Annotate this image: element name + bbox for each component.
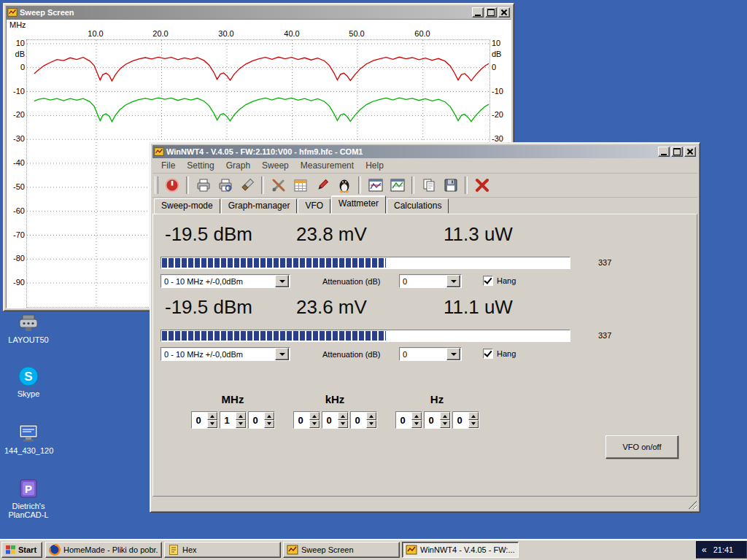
spin-down-button[interactable] bbox=[338, 420, 348, 428]
hz-spin-2[interactable]: 0 bbox=[452, 411, 479, 429]
spin-value[interactable]: 0 bbox=[453, 412, 468, 428]
nwt-titlebar[interactable]: WinNWT4 - V.4.05 - FW:2.110:V00 - hfm9.h… bbox=[152, 145, 697, 158]
taskbar-task-winnwt4[interactable]: WinNWT4 - V.4.05 - FW:... bbox=[402, 542, 519, 558]
graph-manager-icon[interactable] bbox=[387, 175, 407, 195]
checkbox-check-icon[interactable] bbox=[483, 276, 493, 286]
eraser-icon[interactable] bbox=[237, 175, 257, 195]
task-label: HomeMade - Pliki do pobr... bbox=[63, 545, 158, 554]
chevron-down-icon[interactable] bbox=[275, 275, 289, 287]
tab-vfo[interactable]: VFO bbox=[298, 198, 330, 214]
toolbar-handle[interactable] bbox=[155, 176, 158, 194]
khz-spin-2[interactable]: 0 bbox=[350, 411, 377, 429]
khz-spin-1[interactable]: 0 bbox=[322, 411, 349, 429]
khz-spin-0[interactable]: 0 bbox=[293, 411, 320, 429]
chevron-down-icon[interactable] bbox=[446, 275, 460, 287]
desktop-icon-layout50[interactable]: LAYOUT50 bbox=[4, 311, 53, 344]
channel1-range-select[interactable]: 0 - 10 MHz +/-0,0dBm bbox=[160, 274, 290, 288]
spin-down-button[interactable] bbox=[440, 420, 450, 428]
tab-wattmeter[interactable]: Wattmeter bbox=[331, 195, 386, 214]
menu-graph[interactable]: Graph bbox=[220, 159, 256, 172]
start-button[interactable]: Start bbox=[1, 542, 42, 558]
mhz-spin-0[interactable]: 0 bbox=[191, 411, 218, 429]
chevron-down-icon[interactable] bbox=[446, 348, 460, 360]
menu-setting[interactable]: Setting bbox=[181, 159, 220, 172]
menu-help[interactable]: Help bbox=[360, 159, 390, 172]
spin-down-button[interactable] bbox=[236, 420, 246, 428]
tux-icon[interactable] bbox=[334, 175, 354, 195]
spin-up-button[interactable] bbox=[236, 412, 246, 420]
print-preview-icon[interactable] bbox=[215, 175, 235, 195]
frequency-group-mhz: MHz 0 1 0 bbox=[190, 393, 276, 429]
spin-up-button[interactable] bbox=[264, 412, 274, 420]
marker-pen-icon[interactable] bbox=[312, 175, 332, 195]
spin-down-button[interactable] bbox=[207, 420, 217, 428]
tray-collapse-button[interactable]: « bbox=[702, 545, 707, 555]
channel1-attenuation-select[interactable]: 0 bbox=[399, 274, 462, 288]
svg-text:P: P bbox=[25, 483, 32, 495]
spin-up-button[interactable] bbox=[207, 412, 217, 420]
vfo-onoff-button[interactable]: VFO on/off bbox=[605, 435, 678, 459]
spin-up-button[interactable] bbox=[411, 412, 422, 420]
spin-value[interactable]: 0 bbox=[425, 412, 440, 428]
hz-spin-0[interactable]: 0 bbox=[395, 411, 422, 429]
spin-value[interactable]: 0 bbox=[351, 412, 366, 428]
spin-down-button[interactable] bbox=[411, 420, 422, 428]
nwt-maximize-button[interactable] bbox=[671, 147, 683, 157]
channel1-level-bar bbox=[160, 257, 570, 269]
tab-calculations[interactable]: Calculations bbox=[387, 198, 449, 214]
channel1-hang-checkbox[interactable]: Hang bbox=[483, 276, 516, 286]
menu-sweep[interactable]: Sweep bbox=[256, 159, 295, 172]
graph-window-icon[interactable] bbox=[365, 175, 385, 195]
spin-up-button[interactable] bbox=[440, 412, 450, 420]
tab-graph-manager[interactable]: Graph-manager bbox=[221, 198, 298, 214]
spin-up-button[interactable] bbox=[468, 412, 479, 420]
chevron-down-icon[interactable] bbox=[275, 348, 289, 360]
y-tick-label: -30 bbox=[7, 134, 25, 143]
tools-icon[interactable] bbox=[268, 175, 288, 195]
spin-value[interactable]: 0 bbox=[192, 412, 207, 428]
menu-measurement[interactable]: Measurement bbox=[295, 159, 360, 172]
save-icon[interactable] bbox=[441, 175, 460, 195]
taskbar-task-homemade[interactable]: HomeMade - Pliki do pobr... bbox=[45, 542, 162, 558]
disconnect-icon[interactable] bbox=[472, 175, 492, 195]
spin-up-button[interactable] bbox=[338, 412, 348, 420]
desktop-icon-skype[interactable]: S Skype bbox=[4, 365, 53, 398]
channel2-attenuation-select[interactable]: 0 bbox=[399, 347, 462, 361]
print-icon[interactable] bbox=[193, 175, 213, 195]
spin-down-button[interactable] bbox=[366, 420, 376, 428]
spin-down-button[interactable] bbox=[468, 420, 479, 428]
menu-file[interactable]: File bbox=[155, 159, 181, 172]
resize-grip[interactable] bbox=[687, 499, 697, 509]
spin-value[interactable]: 0 bbox=[396, 412, 411, 428]
wattmeter-panel: -19.5 dBm 23.8 mV 11.3 uW 337 0 - 10 MHz… bbox=[152, 214, 697, 497]
spin-value[interactable]: 0 bbox=[322, 412, 338, 428]
nwt-close-button[interactable] bbox=[684, 147, 696, 157]
channel2-range-select[interactable]: 0 - 10 MHz +/-0,0dBm bbox=[160, 347, 290, 361]
mhz-spin-1[interactable]: 1 bbox=[220, 411, 247, 429]
sweep-maximize-button[interactable] bbox=[485, 7, 497, 18]
desktop-icon-plancad[interactable]: P Dietrich's PlanCAD-L bbox=[4, 477, 53, 519]
mhz-spin-2[interactable]: 0 bbox=[248, 411, 275, 429]
taskbar-task-hex[interactable]: Hex bbox=[164, 542, 281, 558]
spin-value[interactable]: 0 bbox=[294, 412, 309, 428]
nwt-minimize-button[interactable] bbox=[658, 147, 670, 157]
desktop-icon-144-430-120[interactable]: 144_430_120 bbox=[4, 421, 53, 455]
sweep-close-button[interactable] bbox=[498, 7, 510, 18]
calibration-table-icon[interactable] bbox=[290, 175, 310, 195]
spin-down-button[interactable] bbox=[309, 420, 320, 428]
spin-up-button[interactable] bbox=[366, 412, 376, 420]
tab-sweep-mode[interactable]: Sweep-mode bbox=[154, 198, 220, 214]
checkbox-check-icon[interactable] bbox=[483, 349, 493, 359]
sweep-titlebar[interactable]: Sweep Screen bbox=[6, 6, 511, 19]
spin-value[interactable]: 1 bbox=[220, 412, 236, 428]
sweep-minimize-button[interactable] bbox=[472, 7, 484, 18]
hz-spin-1[interactable]: 0 bbox=[424, 411, 451, 429]
spin-value[interactable]: 0 bbox=[249, 412, 264, 428]
y-axis-labels-left: 10dB0-10-20-30-40-50-60-70-80-90 bbox=[7, 39, 25, 306]
spin-down-button[interactable] bbox=[264, 420, 274, 428]
power-icon[interactable] bbox=[162, 175, 182, 195]
channel2-hang-checkbox[interactable]: Hang bbox=[483, 349, 516, 359]
spin-up-button[interactable] bbox=[309, 412, 320, 420]
taskbar-task-sweep-screen[interactable]: Sweep Screen bbox=[283, 542, 400, 558]
copy-icon[interactable] bbox=[419, 175, 438, 195]
